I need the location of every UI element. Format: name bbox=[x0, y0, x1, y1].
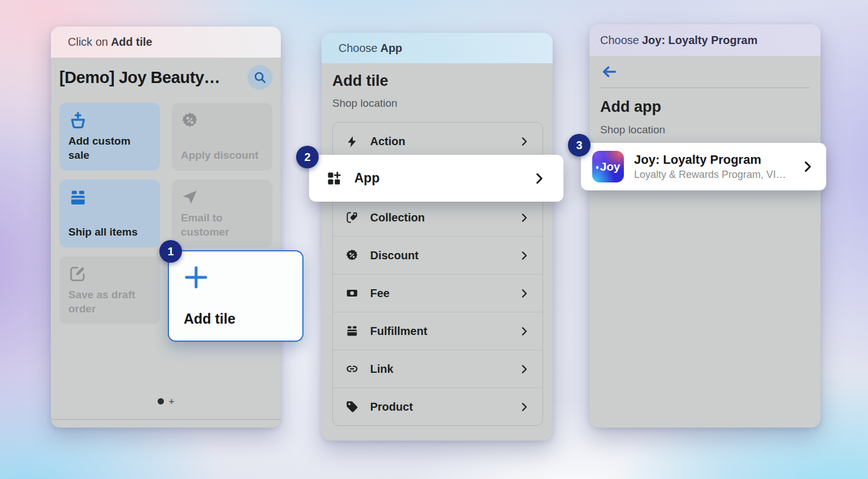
add-custom-sale-icon bbox=[68, 111, 151, 130]
chevron-right-icon bbox=[532, 171, 546, 186]
discount-badge-icon bbox=[181, 111, 263, 129]
header-divider bbox=[600, 88, 810, 88]
panel1-step-header: Click on Add tile bbox=[51, 27, 281, 58]
step-instruction: Click on bbox=[68, 36, 108, 49]
discount-badge-icon bbox=[345, 249, 359, 262]
sheet-title: Add tile bbox=[332, 72, 388, 90]
panel1-bottom-divider bbox=[51, 419, 281, 420]
link-icon bbox=[345, 362, 359, 376]
tile-type-panel: Choose App Add tile Shop location Action bbox=[322, 33, 553, 441]
page-dot bbox=[158, 398, 164, 404]
joy-loyalty-program-row[interactable]: 3 Joy Joy: Loyalty Program Loyalty & Rew… bbox=[581, 143, 826, 190]
store-title: [Demo] Joy Beauty… bbox=[59, 68, 220, 87]
cash-icon bbox=[345, 286, 359, 300]
joy-app-icon: Joy bbox=[592, 151, 624, 182]
chevron-right-icon bbox=[518, 288, 530, 299]
app-name: Joy: Loyalty Program bbox=[634, 153, 790, 167]
app-description: Loyalty & Rewards Program, VIP… bbox=[634, 169, 790, 181]
collection-icon bbox=[345, 211, 359, 224]
sheet-subtitle: Shop location bbox=[332, 97, 397, 110]
tile-label: Email to customer bbox=[181, 211, 263, 239]
list-item-link[interactable]: Link bbox=[333, 350, 542, 387]
app-row-label: App bbox=[354, 171, 380, 186]
step-badge-3: 3 bbox=[568, 134, 591, 156]
add-page-button[interactable]: + bbox=[169, 398, 175, 404]
apps-icon bbox=[326, 171, 342, 186]
choose-app-panel: Choose Joy: Loyalty Program Add app Shop… bbox=[589, 24, 821, 428]
sheet-title: Add app bbox=[600, 98, 661, 116]
add-tile-label: Add tile bbox=[184, 311, 288, 327]
product-tag-icon bbox=[345, 400, 359, 413]
pos-grid-panel: Click on Add tile [Demo] Joy Beauty… bbox=[51, 27, 281, 428]
list-item-discount[interactable]: Discount bbox=[333, 236, 542, 274]
chevron-right-icon bbox=[518, 401, 530, 413]
list-item-product[interactable]: Product bbox=[333, 387, 542, 425]
app-row-highlighted[interactable]: 2 App bbox=[309, 155, 563, 202]
tile-save-as-draft-order[interactable]: Save as draft order bbox=[59, 256, 160, 324]
chevron-right-icon bbox=[518, 136, 530, 147]
tile-ship-all-items[interactable]: Ship all items bbox=[59, 180, 160, 247]
chevron-right-icon bbox=[518, 363, 530, 375]
step-instruction-highlight: App bbox=[380, 42, 402, 55]
chevron-right-icon bbox=[518, 325, 530, 337]
back-arrow-icon bbox=[600, 64, 618, 80]
tile-apply-discount[interactable]: Apply discount bbox=[172, 103, 272, 171]
shipping-box-icon bbox=[68, 188, 151, 207]
chevron-right-icon bbox=[518, 212, 530, 224]
list-item-fee[interactable]: Fee bbox=[333, 274, 542, 312]
search-icon bbox=[253, 70, 267, 85]
plus-icon bbox=[184, 265, 288, 290]
step-instruction: Choose bbox=[600, 34, 639, 47]
step-badge-1: 1 bbox=[159, 240, 182, 263]
tile-email-to-customer[interactable]: Email to customer bbox=[172, 180, 272, 247]
chevron-right-icon bbox=[800, 159, 815, 174]
step-badge-2: 2 bbox=[296, 146, 319, 168]
send-icon bbox=[181, 188, 263, 206]
back-button[interactable] bbox=[600, 63, 620, 81]
chevron-right-icon bbox=[518, 250, 530, 262]
lightning-icon bbox=[345, 135, 359, 149]
page-indicator: + bbox=[51, 398, 281, 404]
sheet-subtitle: Shop location bbox=[600, 124, 665, 136]
step-instruction: Choose bbox=[338, 42, 377, 55]
fulfillment-box-icon bbox=[345, 324, 359, 338]
step-instruction-highlight: Add tile bbox=[111, 36, 152, 49]
tile-label: Add custom sale bbox=[68, 134, 151, 162]
tile-label: Ship all items bbox=[68, 225, 151, 239]
panel2-step-header: Choose App bbox=[322, 33, 553, 63]
draft-edit-icon bbox=[68, 265, 151, 283]
tutorial-canvas: Click on Add tile [Demo] Joy Beauty… bbox=[0, 0, 868, 479]
add-tile-card[interactable]: Add tile bbox=[168, 250, 303, 342]
tile-label: Save as draft order bbox=[68, 288, 151, 316]
step-instruction-highlight: Joy: Loyalty Program bbox=[642, 34, 758, 47]
panel3-step-header: Choose Joy: Loyalty Program bbox=[589, 24, 821, 56]
search-button[interactable] bbox=[248, 65, 272, 90]
tile-add-custom-sale[interactable]: Add custom sale bbox=[59, 103, 160, 171]
joy-logo-text: Joy bbox=[596, 160, 620, 173]
tile-label: Apply discount bbox=[181, 149, 263, 162]
list-item-collection[interactable]: Collection bbox=[333, 198, 542, 236]
list-item-fulfillment[interactable]: Fulfillment bbox=[333, 312, 542, 350]
store-title-row: [Demo] Joy Beauty… bbox=[59, 65, 272, 90]
